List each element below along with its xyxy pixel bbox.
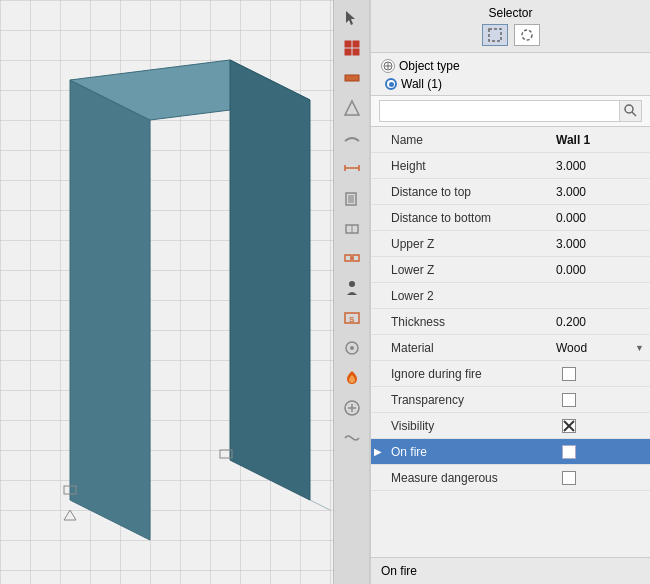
canvas-area[interactable]: S xyxy=(0,0,370,584)
checkbox-on-fire[interactable] xyxy=(562,445,576,459)
prop-label-distance-top: Distance to top xyxy=(385,182,550,202)
selector-tool-btn[interactable] xyxy=(338,4,366,32)
prop-label-measure-dangerous: Measure dangerous xyxy=(385,468,550,488)
prop-value-distance-bottom[interactable]: 0.000 xyxy=(550,208,650,228)
prop-value-height[interactable]: 3.000 xyxy=(550,156,650,176)
link-tool-btn[interactable] xyxy=(338,244,366,272)
prop-row-distance-bottom: Distance to bottom 0.000 xyxy=(371,205,650,231)
svg-marker-2 xyxy=(230,60,310,500)
prop-row-visibility: Visibility xyxy=(371,413,650,439)
selector-header: Selector xyxy=(371,0,650,53)
measure-tool-btn[interactable] xyxy=(338,154,366,182)
radio-dot-inner xyxy=(389,82,394,87)
prop-row-on-fire[interactable]: ▶ On fire xyxy=(371,439,650,465)
prop-value-visibility xyxy=(550,416,650,436)
toolbar-left: S xyxy=(333,0,369,584)
svg-point-36 xyxy=(625,105,633,113)
prop-label-on-fire: On fire xyxy=(385,442,550,462)
prop-row-transparency: Transparency xyxy=(371,387,650,413)
prop-row-height: Height 3.000 xyxy=(371,153,650,179)
prop-value-lower-z[interactable]: 0.000 xyxy=(550,260,650,280)
main-container: S xyxy=(0,0,650,584)
prop-label-upper-z: Upper Z xyxy=(385,234,550,254)
svg-marker-6 xyxy=(64,510,76,520)
selector-icons xyxy=(381,24,640,46)
prop-row-distance-top: Distance to top 3.000 xyxy=(371,179,650,205)
prop-value-name: Wall 1 xyxy=(550,130,650,150)
prop-value-measure-dangerous xyxy=(550,468,650,488)
prop-label-visibility: Visibility xyxy=(385,416,550,436)
shape-tool-btn[interactable] xyxy=(338,94,366,122)
search-input[interactable] xyxy=(379,100,620,122)
svg-marker-12 xyxy=(345,101,359,115)
object-type-label: Object type xyxy=(399,59,460,73)
sign-tool-btn[interactable]: S xyxy=(338,304,366,332)
prop-value-on-fire xyxy=(550,442,650,462)
prop-label-lower2: Lower 2 xyxy=(385,286,550,306)
right-panel: Selector xyxy=(370,0,650,584)
prop-row-upper-z: Upper Z 3.000 xyxy=(371,231,650,257)
prop-value-material[interactable]: Wood ▼ xyxy=(550,338,650,358)
svg-rect-21 xyxy=(353,255,359,261)
prop-row-measure-dangerous: Measure dangerous xyxy=(371,465,650,491)
wall-3d-view xyxy=(20,20,340,563)
bottom-status: On fire xyxy=(371,557,650,584)
prop-row-lower-z: Lower Z 0.000 xyxy=(371,257,650,283)
add-tool-btn[interactable] xyxy=(338,394,366,422)
object-type-option[interactable]: Wall (1) xyxy=(381,77,640,91)
grid-tool-btn[interactable] xyxy=(338,34,366,62)
selector-rect-btn[interactable] xyxy=(482,24,508,46)
svg-rect-11 xyxy=(345,75,359,81)
prop-label-thickness: Thickness xyxy=(385,312,550,332)
checkbox-visibility[interactable] xyxy=(562,419,576,433)
prop-row-material: Material Wood ▼ xyxy=(371,335,650,361)
selector-circle-btn[interactable] xyxy=(514,24,540,46)
prop-label-material: Material xyxy=(385,338,550,358)
object-tool-btn[interactable] xyxy=(338,214,366,242)
prop-value-upper-z[interactable]: 3.000 xyxy=(550,234,650,254)
object-type-header: Object type xyxy=(381,59,640,73)
pipe-tool-btn[interactable] xyxy=(338,124,366,152)
prop-value-distance-top[interactable]: 3.000 xyxy=(550,182,650,202)
person-tool-btn[interactable] xyxy=(338,274,366,302)
svg-point-32 xyxy=(522,30,532,40)
svg-rect-17 xyxy=(348,195,354,203)
selector-title: Selector xyxy=(381,6,640,20)
door-tool-btn[interactable] xyxy=(338,184,366,212)
prop-value-thickness[interactable]: 0.200 xyxy=(550,312,650,332)
circle-tool-btn[interactable] xyxy=(338,334,366,362)
search-bar xyxy=(371,96,650,127)
prop-label-lower-z: Lower Z xyxy=(385,260,550,280)
svg-rect-10 xyxy=(353,49,359,55)
svg-rect-8 xyxy=(353,41,359,47)
prop-value-lower2[interactable] xyxy=(550,293,650,299)
svg-rect-20 xyxy=(345,255,351,261)
prop-row-name: Name Wall 1 xyxy=(371,127,650,153)
checkbox-ignore-fire[interactable] xyxy=(562,367,576,381)
checkbox-transparency[interactable] xyxy=(562,393,576,407)
object-type-collapse-btn[interactable] xyxy=(381,59,395,73)
bottom-status-text: On fire xyxy=(381,564,417,578)
prop-value-transparency xyxy=(550,390,650,410)
svg-line-37 xyxy=(632,112,636,116)
search-icon-btn[interactable] xyxy=(620,100,642,122)
svg-rect-9 xyxy=(345,49,351,55)
prop-label-transparency: Transparency xyxy=(385,390,550,410)
prop-expand-on-fire: ▶ xyxy=(371,446,385,457)
properties-table: Name Wall 1 Height 3.000 Distance to top… xyxy=(371,127,650,557)
checkbox-measure-dangerous[interactable] xyxy=(562,471,576,485)
svg-marker-0 xyxy=(70,80,150,540)
prop-row-ignore-fire: Ignore during fire xyxy=(371,361,650,387)
fire-tool-btn[interactable] xyxy=(338,364,366,392)
prop-value-ignore-fire xyxy=(550,364,650,384)
svg-rect-7 xyxy=(345,41,351,47)
svg-point-23 xyxy=(349,281,355,287)
object-type-section: Object type Wall (1) xyxy=(371,53,650,96)
svg-rect-31 xyxy=(489,29,501,41)
prop-label-height: Height xyxy=(385,156,550,176)
prop-label-ignore-fire: Ignore during fire xyxy=(385,364,550,384)
wave-tool-btn[interactable] xyxy=(338,424,366,452)
object-type-value: Wall (1) xyxy=(401,77,442,91)
wall-tool-btn[interactable] xyxy=(338,64,366,92)
svg-point-27 xyxy=(350,346,354,350)
